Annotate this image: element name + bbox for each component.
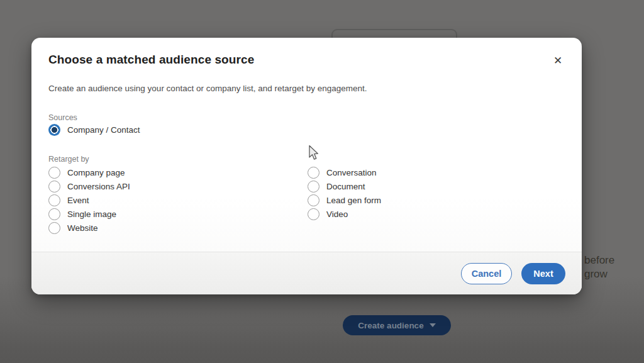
radio-option-lead-gen-form[interactable]: Lead gen form [308,194,381,208]
screen: { "modal": { "title": "Choose a matched … [0,0,644,363]
radio-unselected-icon[interactable] [308,208,319,220]
create-audience-button[interactable]: Create audience [343,315,451,335]
radio-option-label: Single image [67,209,116,219]
radio-option-document[interactable]: Document [308,180,381,194]
radio-unselected-icon[interactable] [308,194,319,206]
radio-option-label: Lead gen form [326,196,381,205]
close-button[interactable]: ✕ [548,52,567,69]
radio-unselected-icon[interactable] [48,194,60,206]
radio-option-company-contact[interactable]: Company / Contact [48,123,140,137]
radio-option-conversation[interactable]: Conversation [308,166,381,180]
radio-option-label: Company page [67,168,125,177]
radio-unselected-icon[interactable] [48,167,60,179]
sources-group-label: Sources [48,113,77,122]
retarget-group-label: Retarget by [48,155,89,164]
retarget-options-right-column: Conversation Document Lead gen form Vide… [308,166,381,221]
radio-option-video[interactable]: Video [308,207,381,221]
dialog-description: Create an audience using your contact or… [48,84,367,93]
radio-option-website[interactable]: Website [48,221,130,235]
background-partial-text: grow [584,267,608,281]
chevron-down-icon [430,323,436,327]
dialog-footer: Cancel Next [31,252,582,294]
cancel-button[interactable]: Cancel [461,263,512,284]
radio-option-label: Video [326,209,348,219]
radio-unselected-icon[interactable] [308,181,319,193]
radio-option-label: Conversions API [67,182,130,191]
radio-option-label: Company / Contact [67,125,140,135]
radio-option-company-page[interactable]: Company page [48,166,130,180]
radio-option-event[interactable]: Event [48,194,130,208]
next-button[interactable]: Next [521,263,565,284]
radio-unselected-icon[interactable] [48,208,60,220]
radio-option-label: Conversation [326,168,377,177]
radio-option-conversions-api[interactable]: Conversions API [48,180,130,194]
create-audience-label: Create audience [358,321,423,330]
matched-audience-source-dialog: Choose a matched audience source ✕ Creat… [31,38,582,294]
background-partial-text: before [584,254,614,267]
dialog-title: Choose a matched audience source [48,53,254,67]
radio-unselected-icon[interactable] [48,222,60,234]
radio-unselected-icon[interactable] [308,167,319,179]
radio-option-single-image[interactable]: Single image [48,207,130,221]
radio-selected-icon[interactable] [48,124,60,136]
radio-option-label: Event [67,196,89,205]
retarget-options-left-column: Company page Conversions API Event Singl… [48,166,130,235]
radio-option-label: Document [326,182,365,191]
radio-option-label: Website [67,223,98,233]
close-icon: ✕ [553,54,562,67]
radio-unselected-icon[interactable] [48,181,60,193]
